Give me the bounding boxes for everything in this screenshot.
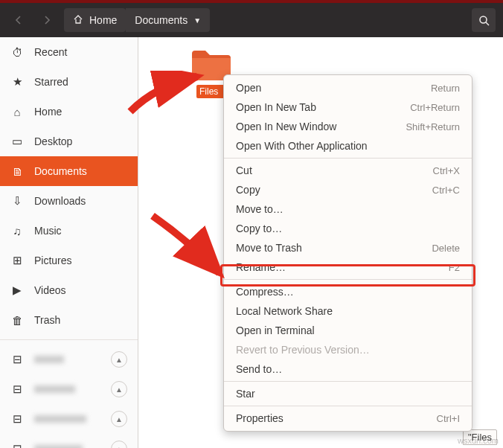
sidebar-item-label: Starred	[34, 76, 68, 88]
sidebar-item-label: Downloads	[34, 195, 86, 207]
nav-forward-button[interactable]	[36, 9, 58, 31]
breadcrumb-documents-label: Documents	[135, 14, 188, 26]
sidebar-item-label: Videos	[34, 284, 66, 296]
documents-icon: 🗎	[10, 165, 24, 178]
sidebar-item-music[interactable]: ♫Music	[0, 216, 138, 246]
breadcrumb-documents[interactable]: Documents ▼	[126, 8, 210, 32]
sidebar-item-label: Music	[34, 225, 62, 237]
headerbar: Home Documents ▼	[0, 3, 503, 37]
sidebar-item-home[interactable]: ⌂Home	[0, 97, 138, 127]
desktop-icon: ▭	[10, 135, 24, 148]
svg-point-0	[480, 16, 487, 23]
annotation-arrow-top	[126, 71, 208, 115]
menu-star[interactable]: Star	[224, 384, 472, 403]
menu-send-to[interactable]: Send to…	[224, 359, 472, 379]
sidebar-item-documents[interactable]: 🗎Documents	[0, 156, 138, 186]
sidebar-item-label	[34, 445, 83, 448]
sidebar-item-label: Recent	[34, 46, 67, 58]
sidebar-item-label	[34, 385, 75, 393]
search-icon	[478, 15, 490, 26]
drive-icon: ⊟	[10, 353, 24, 366]
nav-back-button[interactable]	[7, 9, 30, 31]
menu-open[interactable]: OpenReturn	[224, 78, 472, 97]
sidebar-item-label: Trash	[34, 314, 60, 326]
sidebar-item-pictures[interactable]: ⊞Pictures	[0, 246, 138, 275]
eject-icon[interactable]: ▲	[111, 441, 127, 448]
menu-copy-to[interactable]: Copy to…	[224, 219, 472, 238]
sidebar-item-recent[interactable]: ⏱Recent	[0, 37, 138, 67]
watermark: wsxdn.com	[458, 436, 499, 445]
trash-icon: 🗑	[10, 314, 24, 327]
sidebar-mount-1[interactable]: ⊟ ▲	[0, 374, 138, 404]
drive-icon: ⊟	[10, 383, 24, 396]
sidebar-item-desktop[interactable]: ▭Desktop	[0, 127, 138, 156]
menu-open-terminal[interactable]: Open in Terminal	[224, 321, 472, 340]
sidebar-item-trash[interactable]: 🗑Trash	[0, 305, 138, 335]
breadcrumb-home-label: Home	[89, 14, 117, 26]
sidebar: ⏱Recent ★Starred ⌂Home ▭Desktop 🗎Documen…	[0, 37, 138, 448]
menu-cut[interactable]: CutCtrl+X	[224, 161, 472, 180]
menu-compress[interactable]: Compress…	[224, 282, 472, 301]
chevron-down-icon: ▼	[193, 16, 201, 25]
menu-open-new-tab[interactable]: Open In New TabCtrl+Return	[224, 97, 472, 117]
menu-properties[interactable]: PropertiesCtrl+I	[224, 409, 472, 428]
sidebar-item-label: Pictures	[34, 255, 72, 266]
menu-move-to[interactable]: Move to…	[224, 199, 472, 219]
videos-icon: ▶	[10, 284, 24, 297]
pictures-icon: ⊞	[10, 254, 24, 267]
clock-icon: ⏱	[10, 46, 24, 59]
drive-icon: ⊟	[10, 412, 24, 426]
sidebar-item-label: Home	[34, 106, 62, 118]
svg-line-1	[486, 22, 489, 25]
sidebar-item-videos[interactable]: ▶Videos	[0, 275, 138, 305]
sidebar-item-label	[34, 415, 86, 423]
sidebar-item-starred[interactable]: ★Starred	[0, 67, 138, 97]
menu-revert-previous: Revert to Previous Version…	[224, 340, 472, 359]
breadcrumb-home[interactable]: Home	[64, 8, 126, 32]
downloads-icon: ⇩	[10, 194, 24, 208]
eject-icon[interactable]: ▲	[111, 411, 127, 427]
menu-local-network-share[interactable]: Local Network Share	[224, 301, 472, 321]
home-icon	[73, 14, 83, 27]
star-icon: ★	[10, 75, 24, 89]
menu-open-with-other[interactable]: Open With Other Application	[224, 136, 472, 156]
drive-icon: ⊟	[10, 442, 24, 448]
menu-copy[interactable]: CopyCtrl+C	[224, 180, 472, 199]
menu-move-to-trash[interactable]: Move to TrashDelete	[224, 238, 472, 257]
search-button[interactable]	[472, 8, 496, 32]
context-menu: OpenReturn Open In New TabCtrl+Return Op…	[223, 74, 472, 432]
sidebar-item-label	[34, 356, 64, 363]
sidebar-mount-3[interactable]: ⊟ ▲	[0, 434, 138, 448]
annotation-arrow-bottom	[149, 212, 231, 287]
home-icon: ⌂	[10, 106, 24, 118]
eject-icon[interactable]: ▲	[111, 351, 127, 368]
sidebar-item-downloads[interactable]: ⇩Downloads	[0, 186, 138, 216]
music-icon: ♫	[10, 225, 24, 237]
sidebar-item-label: Desktop	[34, 135, 72, 147]
menu-open-new-window[interactable]: Open In New WindowShift+Return	[224, 117, 472, 136]
menu-rename[interactable]: Rename…F2	[224, 257, 472, 277]
eject-icon[interactable]: ▲	[111, 381, 127, 397]
sidebar-mount-2[interactable]: ⊟ ▲	[0, 404, 138, 434]
sidebar-mount-0[interactable]: ⊟ ▲	[0, 345, 138, 374]
sidebar-item-label: Documents	[34, 165, 87, 177]
